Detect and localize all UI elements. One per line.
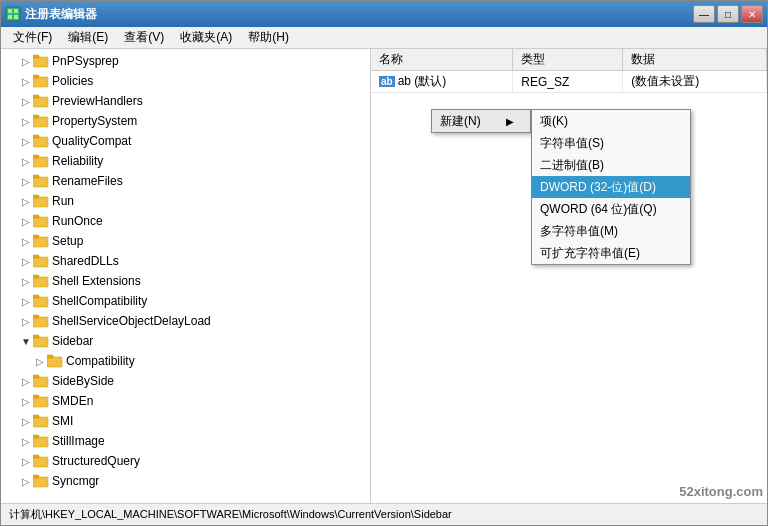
watermark: 52xitong.com	[679, 484, 763, 499]
svg-rect-35	[47, 357, 62, 367]
tree-item[interactable]: ▷ SMI	[1, 411, 370, 431]
tree-item[interactable]: ▷ ShellCompatibility	[1, 291, 370, 311]
tree-item[interactable]: ▷ QualityCompat	[1, 131, 370, 151]
svg-rect-3	[8, 15, 12, 19]
svg-rect-12	[33, 115, 39, 118]
menu-favorites[interactable]: 收藏夹(A)	[172, 27, 240, 48]
svg-rect-18	[33, 175, 39, 178]
folder-icon	[33, 214, 49, 228]
folder-icon	[33, 134, 49, 148]
svg-rect-20	[33, 195, 39, 198]
tree-item[interactable]: ▷ ShellServiceObjectDelayLoad	[1, 311, 370, 331]
tree-item-label: PreviewHandlers	[52, 94, 143, 108]
tree-item-label: StillImage	[52, 434, 105, 448]
submenu-item[interactable]: QWORD (64 位)值(Q)	[532, 198, 690, 220]
menu-file[interactable]: 文件(F)	[5, 27, 60, 48]
menu-edit[interactable]: 编辑(E)	[60, 27, 116, 48]
tree-item-label: PropertySystem	[52, 114, 137, 128]
expand-icon: ▷	[19, 174, 33, 188]
svg-rect-44	[33, 435, 39, 438]
new-menu-item[interactable]: 新建(N) ▶	[432, 110, 530, 132]
svg-rect-33	[33, 337, 48, 347]
svg-rect-43	[33, 437, 48, 447]
maximize-button[interactable]: □	[717, 5, 739, 23]
folder-icon	[33, 394, 49, 408]
folder-icon	[33, 414, 49, 428]
submenu-item[interactable]: 可扩充字符串值(E)	[532, 242, 690, 264]
tree-item-label: Setup	[52, 234, 83, 248]
value-data: (数值未设置)	[623, 71, 767, 93]
tree-item[interactable]: ▷ SharedDLLs	[1, 251, 370, 271]
expand-icon: ▷	[19, 274, 33, 288]
tree-item-label: Sidebar	[52, 334, 93, 348]
svg-rect-23	[33, 237, 48, 247]
folder-icon	[33, 474, 49, 488]
svg-rect-41	[33, 417, 48, 427]
svg-rect-6	[33, 55, 39, 58]
menu-help[interactable]: 帮助(H)	[240, 27, 297, 48]
tree-item[interactable]: ▷ Setup	[1, 231, 370, 251]
new-menu-box: 新建(N) ▶	[431, 109, 531, 133]
tree-item-label: Reliability	[52, 154, 103, 168]
status-path: 计算机\HKEY_LOCAL_MACHINE\SOFTWARE\Microsof…	[9, 507, 452, 522]
tree-item[interactable]: ▷ Policies	[1, 71, 370, 91]
tree-item[interactable]: ▷ SideBySide	[1, 371, 370, 391]
expand-icon: ▷	[19, 254, 33, 268]
submenu-item[interactable]: 字符串值(S)	[532, 132, 690, 154]
svg-rect-14	[33, 135, 39, 138]
tree-item[interactable]: ▷ StillImage	[1, 431, 370, 451]
expand-icon: ▷	[19, 234, 33, 248]
svg-rect-24	[33, 235, 39, 238]
table-row[interactable]: abab (默认)REG_SZ(数值未设置)	[371, 71, 767, 93]
menu-bar: 文件(F) 编辑(E) 查看(V) 收藏夹(A) 帮助(H)	[1, 27, 767, 49]
svg-rect-10	[33, 95, 39, 98]
registry-tree[interactable]: ▷ PnPSysprep▷ Policies▷ PreviewHandlers▷…	[1, 49, 371, 503]
tree-item[interactable]: ▷ RunOnce	[1, 211, 370, 231]
tree-item[interactable]: ▷ RenameFiles	[1, 171, 370, 191]
window-title: 注册表编辑器	[25, 6, 693, 23]
svg-rect-7	[33, 77, 48, 87]
menu-view[interactable]: 查看(V)	[116, 27, 172, 48]
tree-item-label: Run	[52, 194, 74, 208]
submenu-item[interactable]: 二进制值(B)	[532, 154, 690, 176]
folder-icon	[33, 454, 49, 468]
svg-rect-2	[14, 9, 18, 13]
expand-icon: ▷	[19, 194, 33, 208]
expand-icon: ▷	[19, 414, 33, 428]
tree-item[interactable]: ▷ PropertySystem	[1, 111, 370, 131]
tree-item-label: SideBySide	[52, 374, 114, 388]
svg-rect-8	[33, 75, 39, 78]
submenu-item[interactable]: 多字符串值(M)	[532, 220, 690, 242]
tree-item[interactable]: ▷ Syncmgr	[1, 471, 370, 491]
tree-item[interactable]: ▷ SMDEn	[1, 391, 370, 411]
tree-item-label: SMDEn	[52, 394, 93, 408]
tree-item-label: StructuredQuery	[52, 454, 140, 468]
new-submenu: 项(K)字符串值(S)二进制值(B)DWORD (32-位)值(D)QWORD …	[531, 109, 691, 265]
tree-item[interactable]: ▷ Shell Extensions	[1, 271, 370, 291]
tree-item[interactable]: ▷ Run	[1, 191, 370, 211]
folder-icon	[33, 194, 49, 208]
registry-values-panel: 名称 类型 数据 abab (默认)REG_SZ(数值未设置) 新建(N) ▶	[371, 49, 767, 503]
svg-rect-28	[33, 275, 39, 278]
svg-rect-17	[33, 177, 48, 187]
svg-rect-30	[33, 295, 39, 298]
tree-item[interactable]: ▷ Reliability	[1, 151, 370, 171]
tree-item[interactable]: ▷ Compatibility	[1, 351, 370, 371]
minimize-button[interactable]: —	[693, 5, 715, 23]
value-name: abab (默认)	[371, 71, 513, 93]
tree-item[interactable]: ▷ PnPSysprep	[1, 51, 370, 71]
folder-icon	[33, 94, 49, 108]
svg-rect-15	[33, 157, 48, 167]
submenu-item[interactable]: 项(K)	[532, 110, 690, 132]
app-icon	[5, 6, 21, 22]
col-name: 名称	[371, 49, 513, 71]
expand-icon: ▷	[19, 314, 33, 328]
svg-rect-25	[33, 257, 48, 267]
tree-item[interactable]: ▷ PreviewHandlers	[1, 91, 370, 111]
close-button[interactable]: ✕	[741, 5, 763, 23]
svg-rect-5	[33, 57, 48, 67]
tree-item[interactable]: ▷ StructuredQuery	[1, 451, 370, 471]
tree-item[interactable]: ▼ Sidebar	[1, 331, 370, 351]
submenu-item[interactable]: DWORD (32-位)值(D)	[532, 176, 690, 198]
tree-item-label: Syncmgr	[52, 474, 99, 488]
